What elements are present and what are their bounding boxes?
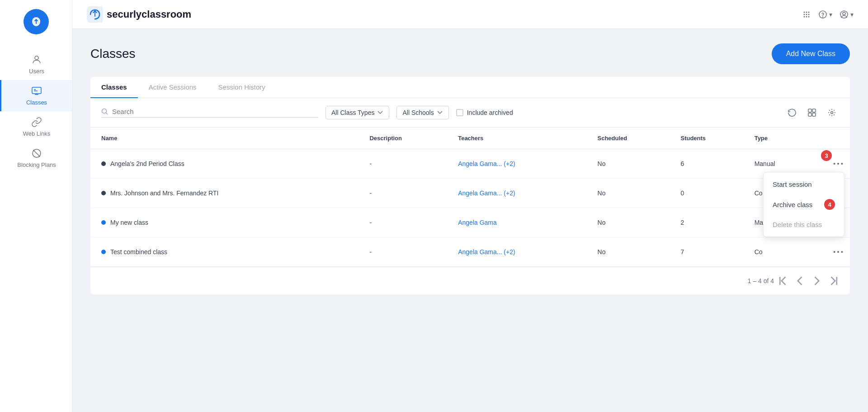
archive-class-item[interactable]: Archive class 4 — [764, 194, 844, 215]
row-4-teachers[interactable]: Angela Gama... (+2) — [453, 237, 592, 267]
step-badge-4: 4 — [824, 199, 835, 210]
app-logo[interactable] — [24, 9, 49, 34]
row-2-desc: - — [364, 179, 453, 208]
help-circle-icon — [818, 10, 827, 19]
last-page-button[interactable] — [826, 275, 839, 287]
blocking-icon — [31, 148, 42, 159]
topbar-logo: securlyclassroom — [87, 6, 191, 23]
topbar-app-name: securlyclassroom — [107, 9, 191, 20]
tab-bar: Classes Active Sessions Session History — [90, 77, 850, 98]
step-badge-3: 3 — [821, 150, 832, 161]
sidebar: Users Classes Web Links Blocking Plans — [0, 0, 72, 412]
ellipsis-icon — [832, 157, 844, 170]
svg-point-1 — [35, 56, 38, 60]
sidebar-item-blocking[interactable]: Blocking Plans — [0, 142, 72, 174]
settings-icon — [828, 109, 836, 117]
col-teachers: Teachers — [453, 128, 592, 149]
svg-rect-2 — [32, 87, 41, 94]
row-2-students: 0 — [675, 179, 749, 208]
row-1-teachers[interactable]: Angela Gama... (+2) — [453, 149, 592, 179]
page-title: Classes — [90, 47, 136, 61]
archive-checkbox[interactable] — [456, 109, 463, 116]
add-new-class-button[interactable]: Add New Class — [772, 43, 850, 64]
help-btn[interactable]: ▾ — [818, 10, 832, 19]
user-chevron: ▾ — [850, 11, 854, 18]
row-2-teachers[interactable]: Angela Gama... (+2) — [453, 179, 592, 208]
user-circle-icon — [840, 10, 849, 19]
content-area: Classes Add New Class Classes Active Ses… — [72, 29, 868, 412]
topbar-right-controls: ▾ ▾ — [802, 10, 854, 19]
sidebar-label-classes: Classes — [26, 99, 47, 106]
svg-point-26 — [841, 163, 843, 165]
svg-point-13 — [808, 16, 810, 17]
settings-button[interactable] — [825, 105, 839, 120]
svg-point-10 — [808, 14, 810, 15]
row-4-students: 7 — [675, 237, 749, 267]
schools-filter[interactable]: All Schools — [396, 106, 448, 119]
grid-icon-btn[interactable] — [802, 10, 811, 19]
start-session-item[interactable]: Start session — [764, 175, 844, 194]
svg-point-23 — [831, 112, 833, 114]
tab-classes[interactable]: Classes — [90, 77, 138, 98]
logo-icon — [29, 14, 43, 29]
table-row: Mrs. Johnson and Mrs. Fernandez RTI - An… — [90, 179, 850, 208]
svg-rect-19 — [808, 109, 811, 112]
svg-point-11 — [804, 16, 805, 17]
svg-point-17 — [843, 12, 845, 15]
svg-point-18 — [102, 109, 107, 113]
svg-point-9 — [806, 14, 807, 15]
row-3-teachers[interactable]: Angela Gama — [453, 208, 592, 237]
topbar-logo-icon — [87, 6, 103, 23]
search-input[interactable] — [112, 108, 318, 115]
delete-class-item[interactable]: Delete this class — [764, 215, 844, 234]
prev-page-button[interactable] — [794, 275, 807, 287]
weblinks-icon — [31, 117, 42, 128]
table-row: Test combined class - Angela Gama... (+2… — [90, 237, 850, 267]
classes-table: Name Description Teachers Scheduled Stud… — [90, 128, 850, 267]
svg-point-33 — [834, 251, 835, 253]
svg-point-25 — [837, 163, 839, 165]
col-name: Name — [90, 128, 364, 149]
sidebar-item-classes[interactable]: Classes — [0, 80, 72, 111]
status-dot-1 — [101, 161, 106, 166]
row-1-name: Angela's 2nd Period Class — [90, 149, 364, 179]
svg-point-34 — [837, 251, 839, 253]
row-2-scheduled: No — [592, 179, 675, 208]
search-icon — [101, 108, 108, 115]
row-1-more-button[interactable] — [832, 157, 844, 170]
dots-grid-icon — [802, 10, 811, 19]
class-types-filter[interactable]: All Class Types — [326, 106, 389, 119]
chevron-down-icon — [377, 109, 383, 116]
row-4-more-button[interactable] — [832, 246, 844, 258]
col-students: Students — [675, 128, 749, 149]
refresh-button[interactable] — [785, 105, 799, 120]
pagination: 1 – 4 of 4 — [90, 267, 850, 294]
row-3-name: My new class — [90, 208, 364, 237]
pagination-info: 1 – 4 of 4 — [748, 277, 774, 284]
first-page-button[interactable] — [778, 275, 790, 287]
sidebar-label-users: Users — [29, 68, 44, 75]
tab-active-sessions[interactable]: Active Sessions — [138, 77, 208, 98]
svg-point-6 — [806, 11, 807, 13]
main-area: securlyclassroom ▾ — [72, 0, 868, 412]
chevron-down-icon-2 — [437, 109, 443, 116]
user-profile-btn[interactable]: ▾ — [840, 10, 854, 19]
row-1-scheduled: No — [592, 149, 675, 179]
include-archived-toggle[interactable]: Include archived — [456, 109, 513, 116]
ellipsis-icon-4 — [832, 246, 844, 258]
next-page-button[interactable] — [810, 275, 823, 287]
refresh-icon — [788, 109, 796, 117]
sidebar-item-users[interactable]: Users — [0, 49, 72, 80]
row-1-dropdown-menu: Start session Archive class 4 — [763, 172, 844, 237]
users-icon — [31, 54, 42, 65]
row-1-students: 6 — [675, 149, 749, 179]
row-2-name: Mrs. Johnson and Mrs. Fernandez RTI — [90, 179, 364, 208]
next-page-icon — [810, 275, 823, 287]
tab-session-history[interactable]: Session History — [208, 77, 276, 98]
row-3-scheduled: No — [592, 208, 675, 237]
status-dot-3 — [101, 220, 106, 225]
classes-icon — [31, 85, 42, 96]
last-page-icon — [826, 275, 839, 287]
sidebar-item-weblinks[interactable]: Web Links — [0, 111, 72, 142]
grid-view-button[interactable] — [805, 105, 819, 120]
